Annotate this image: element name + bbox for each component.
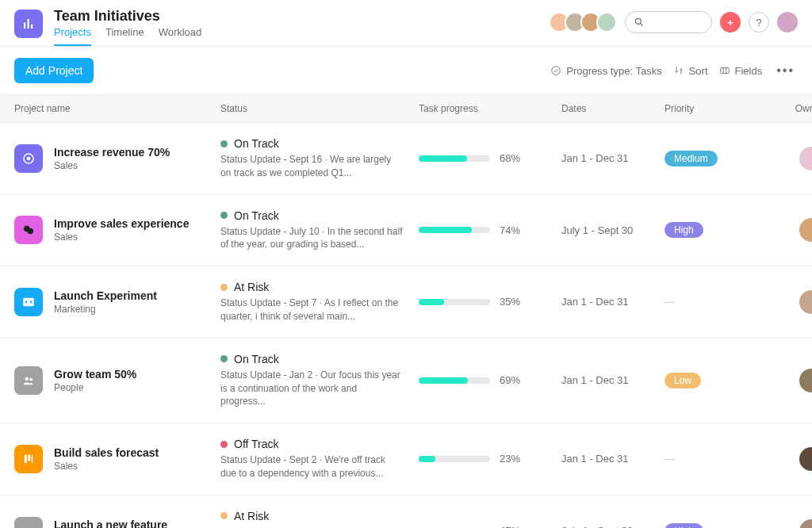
project-name: Build sales forecast xyxy=(54,446,159,459)
project-icon xyxy=(14,216,43,244)
add-project-button[interactable]: Add Project xyxy=(14,58,94,83)
tab-timeline[interactable]: Timeline xyxy=(105,26,144,46)
col-owner[interactable]: Owner xyxy=(760,103,812,114)
status-dot-icon xyxy=(220,355,228,362)
progress-cell: 23% xyxy=(419,453,561,465)
status-update-text: Status Update - Jan 2 · Our focus this y… xyxy=(220,369,403,408)
chart-icon xyxy=(21,17,36,31)
col-project-name[interactable]: Project name xyxy=(14,103,220,114)
status-dot-icon xyxy=(220,441,228,448)
tab-projects[interactable]: Projects xyxy=(54,26,91,46)
status-update-text: Status Update - Sept 16 · We are largely… xyxy=(220,153,403,180)
project-cell: Grow team 50%People xyxy=(14,366,220,395)
table-row[interactable]: Launch a new featureProductAt RiskStatus… xyxy=(0,495,812,528)
more-options-button[interactable]: ••• xyxy=(773,63,798,78)
project-cell: Increase revenue 70%Sales xyxy=(14,144,220,173)
progress-percent: 35% xyxy=(500,296,520,308)
svg-point-10 xyxy=(27,157,31,161)
owner-cell xyxy=(760,147,812,170)
owner-cell xyxy=(760,218,812,242)
dates-cell: Jan 1 - Dec 31 xyxy=(561,374,665,386)
priority-cell[interactable]: — xyxy=(665,453,760,465)
project-cell: Launch a new featureProduct xyxy=(14,517,220,528)
help-button[interactable]: ? xyxy=(749,12,769,33)
toolbar: Add Project Progress type: Tasks Sort Fi… xyxy=(0,47,812,94)
project-name: Improve sales experience xyxy=(54,217,189,230)
sort-button[interactable]: Sort xyxy=(673,65,708,77)
sort-label: Sort xyxy=(689,65,708,77)
svg-point-12 xyxy=(28,228,34,235)
dates-cell: July 1 - Sept 30 xyxy=(561,525,665,528)
check-circle-icon xyxy=(550,65,561,76)
project-cell: Launch ExperimentMarketing xyxy=(14,288,220,316)
search-icon xyxy=(634,17,645,28)
fields-label: Fields xyxy=(735,65,763,77)
team-avatars[interactable] xyxy=(553,12,617,33)
owner-avatar[interactable] xyxy=(799,447,812,471)
status-name: On Track xyxy=(234,209,279,222)
project-team: Sales xyxy=(54,461,159,472)
project-icon xyxy=(14,366,43,395)
col-priority[interactable]: Priority xyxy=(665,103,760,114)
svg-point-15 xyxy=(29,378,33,381)
table-row[interactable]: Improve sales experienceSalesOn TrackSta… xyxy=(0,195,812,267)
add-button[interactable]: + xyxy=(720,12,741,33)
status-dot-icon xyxy=(220,284,228,291)
current-user-avatar[interactable] xyxy=(777,12,798,33)
table-row[interactable]: Build sales forecastSalesOff TrackStatus… xyxy=(0,423,812,495)
dates-cell: Jan 1 - Dec 31 xyxy=(561,296,665,308)
table-row[interactable]: Launch ExperimentMarketingAt RiskStatus … xyxy=(0,266,812,339)
fields-button[interactable]: Fields xyxy=(719,65,763,77)
header: Team Initiatives ProjectsTimelineWorkloa… xyxy=(0,0,812,47)
search-input[interactable] xyxy=(625,11,712,33)
owner-avatar[interactable] xyxy=(799,218,812,242)
priority-pill: High xyxy=(665,222,703,238)
priority-pill: Medium xyxy=(665,151,718,166)
priority-cell[interactable]: High xyxy=(665,222,760,238)
workspace-icon[interactable] xyxy=(14,10,43,38)
status-name: At Risk xyxy=(234,281,269,293)
dates-cell: July 1 - Sept 30 xyxy=(561,224,665,236)
svg-rect-17 xyxy=(28,455,30,461)
progress-cell: 74% xyxy=(419,224,561,236)
tab-workload[interactable]: Workload xyxy=(159,26,202,46)
status-name: At Risk xyxy=(234,510,269,522)
project-icon xyxy=(14,445,43,473)
progress-type-selector[interactable]: Progress type: Tasks xyxy=(550,65,661,77)
col-dates[interactable]: Dates xyxy=(561,103,665,114)
priority-cell[interactable]: Medium xyxy=(665,151,760,166)
priority-cell[interactable]: High xyxy=(665,523,760,528)
owner-avatar[interactable] xyxy=(799,147,812,170)
table-row[interactable]: Increase revenue 70%SalesOn TrackStatus … xyxy=(0,123,812,195)
owner-avatar[interactable] xyxy=(799,290,812,314)
team-avatar[interactable] xyxy=(596,12,617,33)
status-dot-icon xyxy=(220,512,228,519)
progress-bar xyxy=(419,456,490,462)
dates-cell: Jan 1 - Dec 31 xyxy=(561,453,665,465)
progress-bar xyxy=(419,299,490,305)
priority-cell[interactable]: Low xyxy=(665,373,760,388)
project-team: Sales xyxy=(54,160,170,171)
page-title: Team Initiatives xyxy=(54,8,553,25)
progress-percent: 74% xyxy=(500,224,520,236)
project-name: Launch a new feature xyxy=(54,518,167,528)
svg-rect-16 xyxy=(25,455,27,464)
progress-bar xyxy=(419,155,490,162)
progress-cell: 68% xyxy=(419,152,561,164)
status-cell: At RiskStatus Update - Sept 2 · Our expe… xyxy=(220,510,419,528)
table-row[interactable]: Grow team 50%PeopleOn TrackStatus Update… xyxy=(0,339,812,423)
owner-avatar[interactable] xyxy=(799,369,812,392)
tabs: ProjectsTimelineWorkload xyxy=(54,26,553,46)
progress-bar xyxy=(419,227,490,233)
owner-avatar[interactable] xyxy=(799,519,812,528)
col-progress[interactable]: Task progress xyxy=(419,103,561,114)
status-update-text: Status Update - Sept 2 · We're off track… xyxy=(220,453,403,480)
svg-rect-1 xyxy=(28,19,29,29)
project-team: Sales xyxy=(54,231,189,243)
fields-icon xyxy=(719,65,730,76)
project-icon xyxy=(14,517,43,528)
status-cell: On TrackStatus Update - Jan 2 · Our focu… xyxy=(220,353,419,408)
priority-cell[interactable]: — xyxy=(665,296,760,308)
project-icon xyxy=(14,288,43,316)
col-status[interactable]: Status xyxy=(220,103,419,114)
